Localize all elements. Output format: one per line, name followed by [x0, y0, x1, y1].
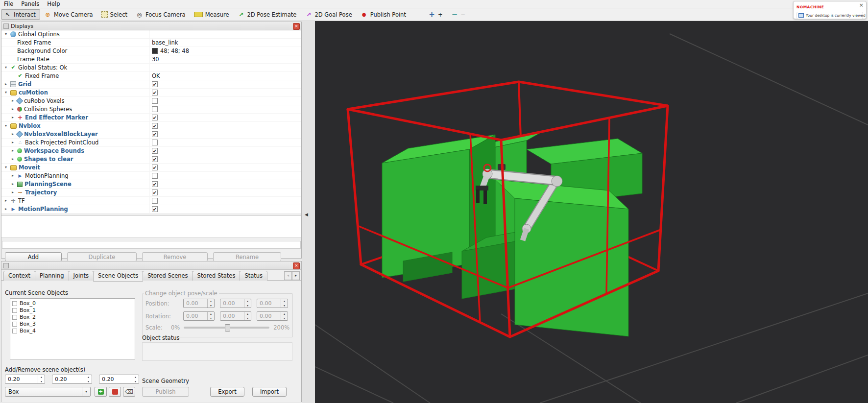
expander-closed-icon[interactable]: ▸ [10, 155, 15, 163]
size-spinbox[interactable]: 0.20▴▾ [5, 375, 45, 384]
tool-2d-pose-estimate[interactable]: 2D Pose Estimate [235, 9, 301, 20]
row-checkbox[interactable]: ✔ [152, 181, 158, 187]
import-button[interactable]: Import [252, 387, 287, 397]
size-spinbox[interactable]: 0.20▴▾ [99, 375, 139, 384]
spin-arrows[interactable]: ▴▾ [38, 375, 45, 383]
row-checkbox[interactable] [152, 198, 158, 204]
spin-arrows[interactable]: ▴▾ [132, 375, 139, 383]
tool-focus-camera[interactable]: Focus Camera [133, 9, 190, 20]
tree-row[interactable]: ▸NvbloxVoxelBlockLayer✔ [1, 130, 301, 139]
scene-objects-list[interactable]: Box_0Box_1Box_2Box_3Box_4 [10, 298, 135, 359]
row-checkbox[interactable]: ✔ [152, 81, 158, 87]
expander-open-icon[interactable]: ▾ [3, 122, 8, 130]
size-spinbox[interactable]: 0.20▴▾ [52, 375, 92, 384]
motionplanning-close-button[interactable] [293, 262, 300, 269]
displays-panel-header[interactable]: Displays [1, 22, 301, 30]
tab-stored-states[interactable]: Stored States [193, 271, 241, 281]
tree-row[interactable]: ▸Collision Spheres [1, 105, 301, 114]
motionplanning-panel-header[interactable] [1, 261, 301, 270]
notification-close-button[interactable]: × [859, 2, 864, 8]
tree-row[interactable]: Background Color48; 48; 48 [1, 47, 301, 55]
tree-row[interactable]: ▾Moveit✔ [1, 164, 301, 172]
object-checkbox[interactable] [12, 308, 17, 313]
tab-scroll-left-button[interactable]: ◂ [284, 271, 292, 280]
render-view[interactable] [315, 21, 868, 403]
tree-row[interactable]: Frame Rate30 [1, 55, 301, 64]
shape-select[interactable]: Box [5, 387, 91, 397]
tree-row[interactable]: ▸End Effector Marker✔ [1, 114, 301, 122]
export-button[interactable]: Export [210, 387, 244, 397]
remove-object-button[interactable] [109, 387, 121, 397]
row-checkbox[interactable]: ✔ [152, 206, 158, 212]
displays-close-button[interactable] [293, 23, 300, 30]
slider-handle[interactable] [225, 324, 230, 332]
collapse-left-icon[interactable] [305, 212, 308, 217]
row-checkbox[interactable]: ✔ [152, 131, 158, 137]
object-checkbox[interactable] [12, 301, 17, 306]
expander-closed-icon[interactable]: ▸ [3, 205, 8, 213]
tab-stored-scenes[interactable]: Stored Scenes [143, 271, 193, 281]
tab-status[interactable]: Status [240, 271, 267, 281]
tree-row[interactable]: Fixed FrameOK [1, 72, 301, 80]
expander-closed-icon[interactable]: ▸ [10, 180, 15, 188]
object-checkbox[interactable] [12, 315, 17, 320]
row-checkbox[interactable] [152, 173, 158, 179]
row-checkbox[interactable] [152, 106, 158, 112]
tree-row[interactable]: ▸MotionPlanning [1, 172, 301, 180]
tree-row[interactable]: ▾Nvblox✔ [1, 122, 301, 130]
tree-row[interactable]: ▸Workspace Bounds✔ [1, 147, 301, 155]
remove-button[interactable]: Remove [142, 252, 208, 261]
object-checkbox[interactable] [12, 329, 17, 333]
expander-closed-icon[interactable]: ▸ [10, 189, 15, 196]
display-filter-box[interactable] [2, 241, 301, 249]
spin-up-icon[interactable]: ▴ [132, 375, 139, 379]
object-checkbox[interactable] [12, 322, 17, 327]
tab-scroll-right-button[interactable]: ▸ [292, 271, 300, 280]
expander-closed-icon[interactable]: ▸ [10, 139, 15, 146]
tool-tool[interactable]: + [425, 9, 447, 20]
menu-item-panels[interactable]: Panels [17, 0, 43, 7]
list-item[interactable]: Box_0 [10, 300, 135, 307]
duplicate-button[interactable]: Duplicate [67, 252, 137, 261]
expander-open-icon[interactable]: ▾ [3, 30, 8, 38]
row-checkbox[interactable]: ✔ [152, 190, 158, 195]
row-checkbox[interactable]: ✔ [152, 123, 158, 129]
tab-context[interactable]: Context [3, 271, 35, 281]
expander-closed-icon[interactable]: ▸ [10, 130, 15, 138]
list-item[interactable]: Box_2 [10, 314, 135, 320]
spin-up-icon[interactable]: ▴ [38, 375, 45, 379]
tree-row[interactable]: ▸TF [1, 197, 301, 205]
expander-closed-icon[interactable]: ▸ [10, 114, 15, 121]
spin-down-icon[interactable]: ▾ [85, 379, 92, 384]
list-item[interactable]: Box_3 [10, 321, 135, 327]
spin-down-icon[interactable]: ▾ [132, 379, 139, 384]
spin-arrows[interactable]: ▴▾ [85, 375, 92, 383]
row-checkbox[interactable]: ✔ [152, 90, 158, 95]
expander-open-icon[interactable]: ▾ [3, 89, 8, 96]
expander-closed-icon[interactable]: ▸ [10, 97, 15, 105]
tree-row[interactable]: ▾Global Status: Ok [1, 64, 301, 72]
row-checkbox[interactable]: ✔ [152, 165, 158, 170]
row-checkbox[interactable] [152, 140, 158, 145]
list-item[interactable]: Box_4 [10, 328, 135, 334]
tree-row[interactable]: Fixed Framebase_link [1, 39, 301, 47]
publish-button[interactable]: Publish [142, 387, 189, 397]
expander-open-icon[interactable]: ▾ [3, 64, 8, 71]
tree-row[interactable]: ▸Shapes to clear✔ [1, 155, 301, 164]
tool-move-camera[interactable]: Move Camera [41, 9, 97, 20]
tool-publish-point[interactable]: Publish Point [358, 9, 410, 20]
spin-up-icon[interactable]: ▴ [85, 375, 92, 379]
expander-closed-icon[interactable]: ▸ [10, 147, 15, 155]
tree-row[interactable]: ▸Back Projected PointCloud [1, 139, 301, 147]
clear-object-button[interactable] [123, 387, 135, 397]
tree-row[interactable]: ▸MotionPlanning✔ [1, 205, 301, 213]
rename-button[interactable]: Rename [213, 252, 281, 261]
tool-interact[interactable]: Interact [1, 9, 40, 20]
row-checkbox[interactable]: ✔ [152, 156, 158, 162]
add-button[interactable]: Add [5, 252, 62, 261]
tree-row[interactable]: ▸PlanningScene✔ [1, 180, 301, 189]
tree-row[interactable]: ▸Grid✔ [1, 80, 301, 89]
tree-row[interactable]: ▸cuRobo Voxels [1, 97, 301, 105]
expander-open-icon[interactable]: ▾ [3, 164, 8, 171]
tree-row[interactable]: ▾Global Options [1, 30, 301, 39]
